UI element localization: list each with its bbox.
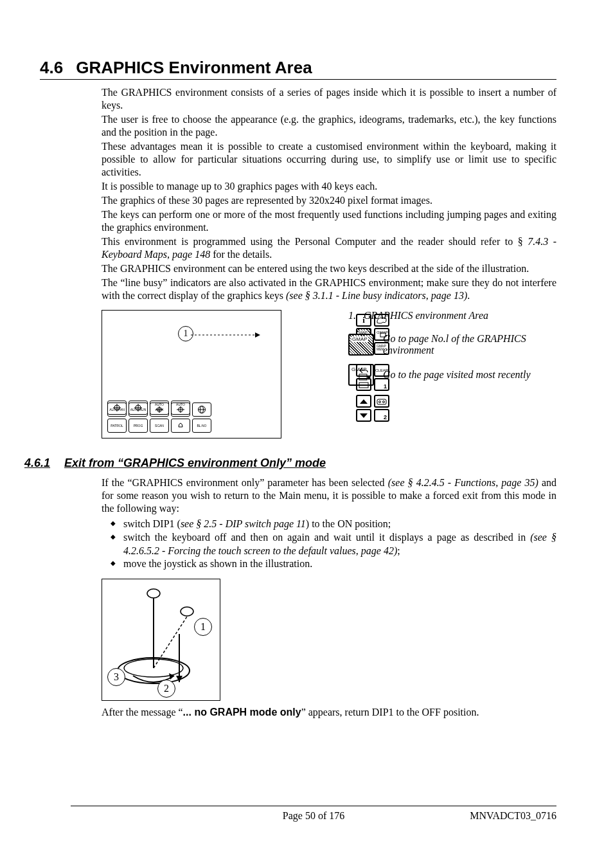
- down-icon: [356, 409, 371, 422]
- gmap-icon: GMAP: [348, 334, 374, 356]
- joy-circle-3: 3: [107, 668, 125, 686]
- para-8: The GRAPHICS environment can be entered …: [102, 262, 556, 275]
- footer-doc: MNVADCT03_0716: [470, 810, 556, 822]
- joystick-figure: 1 2 3: [102, 579, 220, 701]
- svg-point-29: [181, 607, 193, 616]
- b1c: ) to the ON position;: [306, 518, 391, 529]
- subsection-title: Exit from “GRAPHICS environment Only” mo…: [64, 457, 326, 470]
- circle-1-label: 1: [184, 329, 188, 339]
- gmap-mem-callout-label: GMAP: [351, 366, 367, 372]
- joy-3-label: 3: [114, 671, 119, 683]
- b1a: switch DIP1 (: [123, 518, 181, 529]
- footer-page: Page 50 of 176: [283, 810, 344, 822]
- para-7: This environment is programmed using the…: [102, 235, 556, 261]
- page-footer: Page 50 of 176 MNVADCT03_0716: [71, 806, 556, 822]
- para-3: These advantages mean it is possible to …: [102, 140, 556, 179]
- globe-key: [192, 402, 211, 417]
- para-7c: for the details.: [210, 249, 272, 260]
- svg-point-21: [379, 401, 381, 403]
- sub-p1b-ref: (see § 4.2.4.5 - Functions, page 35): [388, 477, 538, 488]
- b2c: ;: [397, 545, 400, 556]
- para-7a: This environment is programmed using the…: [102, 236, 528, 247]
- para-9c: .: [467, 290, 470, 301]
- para-6: The keys can perform one or more of the …: [102, 208, 556, 234]
- after-b-bold: ... no GRAPH mode only: [183, 707, 301, 718]
- key-row-bottom: PATROL PROG SCAN BL:NO: [107, 419, 211, 433]
- b1b-ref: see § 2.5 - DIP switch page 11: [181, 518, 306, 529]
- sub-p1a: If the “GRAPHICS environment only” param…: [102, 477, 388, 488]
- figure-row: 1 AUTO AUTO: [102, 310, 556, 439]
- gmap-small-icon: GMAP: [374, 328, 389, 341]
- page-1-icon: 1: [374, 378, 389, 391]
- para-2: The user is free to choose the appearanc…: [102, 113, 556, 139]
- blank-key-1: [171, 402, 190, 417]
- autopan-key: AUTOPAN: [107, 402, 127, 417]
- arrow-dashed: [191, 332, 260, 338]
- callout-2-text: Go to page No.l of the GRAPHICS environm…: [383, 333, 556, 356]
- autorun-key: AUTORUN: [129, 402, 148, 417]
- aux-key: AUX: [150, 402, 169, 417]
- svg-marker-24: [367, 377, 371, 380]
- para-9b-ref: (see § 3.1.1 - Line busy indicators, pag…: [286, 290, 467, 301]
- para-9: The “line busy” indicators are also acti…: [102, 276, 556, 302]
- para-5: The graphics of these 30 pages are repre…: [102, 194, 556, 207]
- page-2-icon: 2: [374, 409, 389, 422]
- para-1: The GRAPHICS environment consists of a s…: [102, 86, 556, 112]
- subsection-number: 4.6.1: [24, 457, 50, 470]
- after-message-para: After the message “... no GRAPH mode onl…: [102, 706, 556, 719]
- after-c: ” appears, return DIP1 to the OFF positi…: [301, 707, 479, 718]
- gmap-mem-icon: GMAP MEM: [374, 342, 389, 355]
- svg-point-22: [383, 401, 385, 403]
- prog-key: PROG: [129, 419, 148, 433]
- sub-para-1: If the “GRAPHICS environment only” param…: [102, 476, 556, 515]
- bullet-3: move the joystick as shown in the illust…: [114, 557, 556, 571]
- tape-icon: [374, 395, 389, 408]
- joy-circle-2: 2: [157, 680, 175, 698]
- blno-key: BL:NO: [192, 419, 211, 433]
- keyboard-figure: 1 AUTO AUTO: [102, 310, 281, 439]
- joy-2-label: 2: [164, 683, 169, 694]
- after-a: After the message “: [102, 707, 183, 718]
- scan-key: SCAN: [150, 419, 169, 433]
- eject-icon: [356, 395, 371, 408]
- palette-icon: [374, 314, 389, 327]
- clear-icon: CLEAR: [374, 364, 389, 377]
- patrol-key: PATROL: [107, 419, 127, 433]
- svg-rect-23: [359, 374, 367, 380]
- callout-3-text: Go to the page visited most recently: [383, 369, 531, 381]
- key-row-middle: AUTOPAN AUTORUN AUX: [107, 402, 211, 417]
- svg-rect-17: [380, 333, 386, 337]
- section-heading: 4.6 GRAPHICS Environment Area: [40, 58, 556, 80]
- para-4: It is possible to manage up to 30 graphi…: [102, 180, 556, 193]
- bell-key: [171, 419, 190, 433]
- gmap-mem-callout-icon: GMAP: [348, 364, 374, 386]
- bullet-2: switch the keyboard off and then on agai…: [114, 531, 556, 558]
- bullet-list: switch DIP1 (see § 2.5 - DIP switch page…: [102, 518, 556, 571]
- joy-circle-1: 1: [194, 618, 212, 636]
- section-title: GRAPHICS Environment Area: [76, 58, 312, 78]
- subsection-heading: 4.6.1 Exit from “GRAPHICS environment On…: [24, 457, 556, 470]
- info-icon: i: [356, 314, 371, 327]
- b2a: switch the keyboard off and then on agai…: [123, 532, 530, 543]
- gmap-icon-label: GMAP: [351, 336, 368, 342]
- svg-point-30: [147, 589, 160, 598]
- svg-marker-1: [255, 332, 260, 338]
- section-number: 4.6: [40, 58, 63, 78]
- bullet-1: switch DIP1 (see § 2.5 - DIP switch page…: [114, 518, 556, 531]
- joy-1-label: 1: [200, 621, 206, 633]
- gmap-mem-label: GMAP MEM: [377, 345, 388, 351]
